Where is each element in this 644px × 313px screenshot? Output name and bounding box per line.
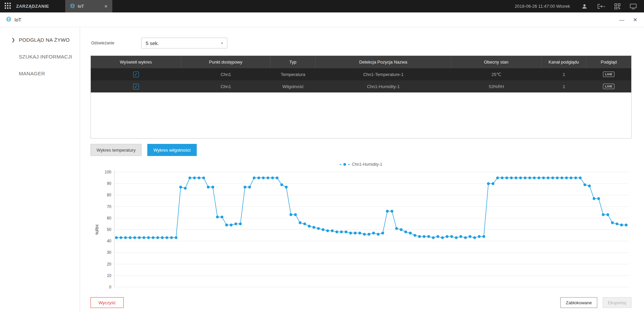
cell-channel: 1 [541, 68, 586, 80]
humidity-line-chart: 0102030405060708090100%RH [90, 168, 632, 292]
legend-marker [343, 163, 346, 166]
check-icon: ✓ [134, 72, 138, 77]
sidebar-item-search-info[interactable]: ❯ SZUKAJ INFORMACJI [0, 48, 80, 65]
live-badge[interactable]: LIVE [603, 84, 614, 89]
legend-line [340, 164, 341, 165]
topbar-left: ZARZĄDZANIE IoT ✕ [0, 0, 112, 12]
svg-text:20: 20 [107, 262, 112, 267]
tab-temperature-chart[interactable]: Wykres temperatury [90, 144, 142, 156]
cell-preview: LIVE [586, 68, 631, 80]
clear-button[interactable]: Wyczyść [90, 297, 124, 308]
svg-text:50: 50 [107, 227, 112, 232]
topbar-right: 2018-06-26 11:47:00 Wtorek [515, 0, 644, 12]
datetime: 2018-06-26 11:47:00 Wtorek [515, 4, 570, 9]
qr-code-icon[interactable] [614, 3, 620, 9]
cell-show-chart: ✓ [91, 68, 181, 80]
window-titlebar: IoT — ✕ [0, 12, 644, 27]
apps-grid-icon [5, 3, 11, 10]
screen: ZARZĄDZANIE IoT ✕ 2018-06-26 11:47:00 Wt… [0, 0, 644, 313]
col-header: Typ [270, 56, 315, 68]
col-header: Obecny stan [451, 56, 542, 68]
export-button[interactable]: Eksportuj [603, 297, 632, 308]
sidebar-item-manager[interactable]: ❯ MANAGER [0, 65, 80, 82]
user-icon[interactable] [581, 3, 588, 9]
chevron-down-icon: ▾ [221, 41, 223, 45]
topbar: ZARZĄDZANIE IoT ✕ 2018-06-26 11:47:00 Wt… [0, 0, 644, 12]
cell-type: Wilgotność [270, 80, 315, 92]
management-menu[interactable]: ZARZĄDZANIE [15, 0, 55, 12]
legend-line [348, 164, 350, 165]
cell-preview: LIVE [586, 80, 631, 92]
cell-channel: 1 [541, 80, 586, 92]
table-row: ✓ Chn1 Temperatura Chn1-Temperature-1 25… [91, 68, 631, 80]
svg-text:100: 100 [105, 170, 111, 174]
dropdown-value: 5 sek. [146, 40, 159, 46]
svg-text:80: 80 [107, 193, 112, 197]
sidebar-item-label: MANAGER [19, 71, 45, 76]
minimize-icon[interactable]: — [619, 17, 624, 22]
refresh-row: Odświeżanie 5 sek. ▾ [90, 38, 644, 48]
svg-text:40: 40 [107, 239, 112, 243]
col-header: Wyświetl wykres [91, 56, 181, 68]
svg-text:70: 70 [107, 204, 112, 209]
sensor-table: Wyświetl wykres Punkt dostępowy Typ Dete… [90, 55, 632, 139]
cell-detection-name: Chn1-Temperature-1 [315, 68, 451, 80]
locked-button[interactable]: Zablokowane [560, 297, 597, 308]
apps-grid-button[interactable] [0, 0, 15, 12]
refresh-interval-dropdown[interactable]: 5 sek. ▾ [141, 38, 227, 48]
refresh-label: Odświeżanie [90, 41, 141, 45]
window-title-group: IoT [6, 16, 21, 23]
sidebar-item-live-view[interactable]: ❯ PODGLĄD NA ŻYWO [0, 31, 80, 48]
table-row: ✓ Chn1 Wilgotność Chn1-Humidity-1 53%RH … [91, 80, 631, 92]
svg-text:30: 30 [107, 250, 112, 255]
tab-humidity-chart[interactable]: Wykres wilgotności [147, 144, 196, 156]
show-chart-checkbox[interactable]: ✓ [133, 84, 139, 89]
logout-icon[interactable] [597, 3, 605, 9]
col-header: Punkt dostępowy [181, 56, 271, 68]
tab-label: IoT [78, 4, 100, 9]
cell-show-chart: ✓ [91, 80, 181, 92]
cell-current-state: 25℃ [451, 68, 542, 80]
chart-legend: Chn1-Humidity-1 [90, 162, 632, 167]
col-header: Kanał podglądu [541, 56, 586, 68]
live-badge[interactable]: LIVE [603, 72, 614, 77]
svg-text:90: 90 [107, 181, 112, 186]
window-controls: — ✕ [619, 17, 637, 22]
svg-text:60: 60 [107, 216, 112, 221]
footer-right-buttons: Zablokowane Eksportuj [560, 297, 632, 308]
cell-type: Temperatura [270, 68, 315, 80]
cell-access-point: Chn1 [181, 68, 271, 80]
chart-tabs: Wykres temperatury Wykres wilgotności [90, 144, 644, 156]
svg-text:0: 0 [109, 285, 111, 289]
main-content: Odświeżanie 5 sek. ▾ Wyświetl wykres Pun… [80, 27, 644, 313]
tab-iot[interactable]: IoT ✕ [65, 0, 112, 12]
svg-text:10: 10 [107, 273, 112, 278]
window-title: IoT [14, 17, 21, 23]
col-header: Detekcja Pozycja Nazwa [315, 56, 451, 68]
sidebar-item-label: PODGLĄD NA ŻYWO [19, 37, 70, 43]
tab-close-icon[interactable]: ✕ [103, 3, 109, 9]
cell-detection-name: Chn1-Humidity-1 [315, 80, 451, 92]
sidebar-item-label: SZUKAJ INFORMACJI [19, 54, 72, 60]
close-icon[interactable]: ✕ [633, 17, 637, 22]
chevron-right-icon: ❯ [11, 37, 15, 42]
cell-access-point: Chn1 [181, 80, 271, 92]
table-header: Wyświetl wykres Punkt dostępowy Typ Dete… [91, 56, 631, 68]
legend-label: Chn1-Humidity-1 [352, 162, 382, 167]
svg-text:%RH: %RH [94, 225, 100, 235]
col-header: Podgląd [586, 56, 631, 68]
footer-actions: Wyczyść Zablokowane Eksportuj [90, 297, 632, 308]
show-chart-checkbox[interactable]: ✓ [133, 72, 139, 77]
sidebar: ❯ PODGLĄD NA ŻYWO ❯ SZUKAJ INFORMACJI ❯ … [0, 27, 80, 313]
cell-current-state: 53%RH [451, 80, 542, 92]
check-icon: ✓ [134, 84, 138, 89]
display-icon[interactable] [630, 3, 637, 9]
globe-icon [70, 3, 75, 9]
globe-icon [6, 16, 11, 23]
window-body: ❯ PODGLĄD NA ŻYWO ❯ SZUKAJ INFORMACJI ❯ … [0, 27, 644, 313]
